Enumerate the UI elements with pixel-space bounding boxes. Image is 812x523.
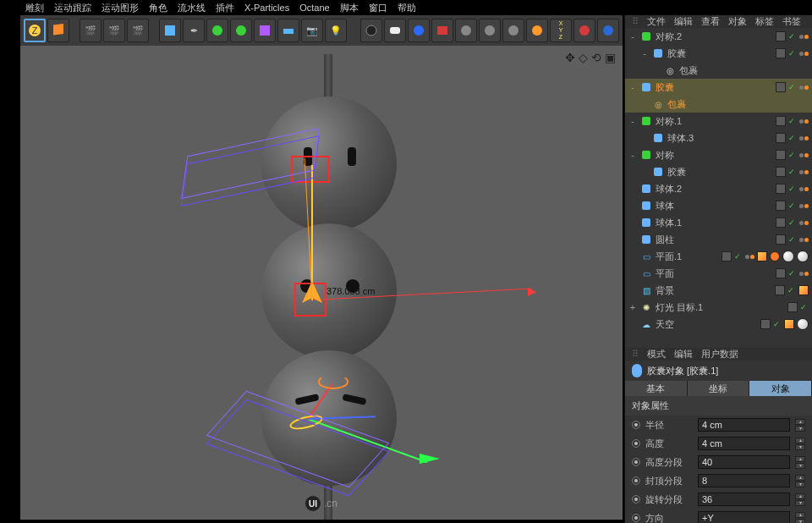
menu-item[interactable]: Octane: [299, 3, 329, 13]
atab[interactable]: 编辑: [674, 348, 693, 361]
tree-row[interactable]: 圆柱✓: [625, 231, 812, 248]
prop-input[interactable]: +Y: [698, 511, 790, 523]
axis-tool[interactable]: XYZ: [550, 19, 572, 42]
menu-item[interactable]: 脚本: [340, 2, 359, 14]
spinner[interactable]: ▴▾: [795, 493, 805, 506]
subtab-basic[interactable]: 基本: [625, 381, 688, 396]
tree-row[interactable]: 胶囊✓: [625, 163, 812, 180]
htab[interactable]: 书签: [782, 15, 801, 28]
vp-rotate-icon[interactable]: ⟲: [591, 51, 601, 64]
prop-input[interactable]: 8: [698, 474, 790, 487]
object-tree[interactable]: -对称.2✓-胶囊✓◎包裹-胶囊✓◎包裹-对称.1✓球体.3✓-对称✓胶囊✓球体…: [625, 28, 812, 348]
spinner[interactable]: ▴▾: [795, 456, 805, 469]
menu-item[interactable]: 帮助: [398, 2, 416, 14]
tree-row[interactable]: -胶囊✓: [625, 79, 812, 96]
tree-row[interactable]: ▧背景✓: [625, 282, 812, 299]
menu-item[interactable]: 窗口: [369, 2, 387, 14]
tree-row[interactable]: ▭平面✓: [625, 265, 812, 282]
tree-row[interactable]: -对称.2✓: [625, 28, 812, 45]
primitive-tool[interactable]: [159, 19, 181, 42]
menu-item[interactable]: 插件: [216, 2, 234, 14]
prop-input[interactable]: 36: [698, 493, 790, 506]
keyframe-radio[interactable]: [632, 476, 640, 485]
hierarchy-tabs: ⠿ 文件 编辑 查看 对象 标签 书签: [625, 15, 812, 28]
htab[interactable]: 标签: [755, 15, 774, 28]
vp-move-icon[interactable]: ✥: [565, 51, 575, 64]
keyframe-radio[interactable]: [632, 439, 640, 448]
render-settings-tool[interactable]: 🎬: [127, 19, 149, 42]
tree-row[interactable]: ◎包裹: [625, 96, 812, 113]
nurbs-tool[interactable]: [206, 19, 228, 42]
htab[interactable]: 文件: [647, 15, 666, 28]
sphere-2-tool[interactable]: [479, 19, 501, 42]
property-row: 半径4 cm▴▾: [625, 416, 812, 434]
orange-tool[interactable]: [526, 19, 548, 42]
atab[interactable]: 用户数据: [701, 348, 738, 361]
prop-input[interactable]: 40: [698, 455, 790, 469]
svg-text:Z: Z: [32, 25, 38, 36]
generator-tool[interactable]: [230, 19, 252, 42]
atab[interactable]: 模式: [647, 348, 666, 361]
blue-tool[interactable]: [408, 19, 430, 42]
menu-item[interactable]: X-Particles: [244, 3, 289, 13]
viewport-controls: ✥ ◇ ⟲ ▣: [565, 51, 616, 64]
cube-tool[interactable]: [47, 19, 69, 42]
spinner[interactable]: ▴▾: [795, 475, 805, 487]
render-region-tool[interactable]: [384, 19, 406, 42]
camera-tool[interactable]: 📷: [301, 19, 323, 42]
light-tool[interactable]: 💡: [325, 19, 347, 42]
tree-row[interactable]: ▭平面.1✓: [625, 248, 812, 265]
viewport[interactable]: ✥ ◇ ⟲ ▣ 378.053 cm UIUI .cn.cn: [20, 46, 623, 520]
deformer-tool[interactable]: [254, 19, 276, 42]
htab[interactable]: 编辑: [674, 15, 693, 28]
subtab-coord[interactable]: 坐标: [688, 381, 750, 396]
tree-row[interactable]: -对称.1✓: [625, 113, 812, 129]
menu-item[interactable]: 角色: [149, 2, 167, 14]
vp-max-icon[interactable]: ▣: [605, 51, 616, 64]
red-tool[interactable]: [431, 19, 453, 42]
rotate-ring-2[interactable]: [318, 374, 348, 389]
sphere-3-tool[interactable]: [502, 19, 524, 42]
clapper-tool[interactable]: 🎬: [80, 19, 102, 42]
property-row: 高度4 cm▴▾: [625, 434, 812, 453]
htab[interactable]: 对象: [728, 15, 747, 28]
menu-item[interactable]: 运动跟踪: [54, 2, 91, 14]
keyframe-radio[interactable]: [632, 495, 640, 504]
menu-item[interactable]: 雕刻: [25, 2, 44, 14]
prop-input[interactable]: 4 cm: [698, 418, 790, 432]
keyframe-radio[interactable]: [632, 458, 640, 466]
tree-row[interactable]: +✺灯光 目标.1✓: [625, 299, 812, 316]
svg-point-10: [414, 25, 424, 36]
attribute-tabs: ⠿ 模式 编辑 用户数据: [625, 348, 812, 361]
undo-tool[interactable]: Z: [24, 19, 46, 42]
render-view-tool[interactable]: [360, 19, 382, 42]
tree-row[interactable]: 球体.3✓: [625, 129, 812, 146]
tree-row[interactable]: 球体✓: [625, 197, 812, 214]
spinner[interactable]: ▴▾: [795, 512, 805, 524]
vp-zoom-icon[interactable]: ◇: [579, 51, 588, 64]
prop-input[interactable]: 4 cm: [698, 437, 790, 450]
menu-bar: 雕刻 运动跟踪 运动图形 角色 流水线 插件 X-Particles Octan…: [20, 0, 421, 15]
tree-row[interactable]: 球体.1✓: [625, 214, 812, 231]
red-sphere-tool[interactable]: [573, 19, 595, 42]
render-tool[interactable]: 🎬: [103, 19, 125, 42]
spline-tool[interactable]: ✒: [183, 19, 205, 42]
keyframe-radio[interactable]: [632, 421, 640, 429]
tree-row[interactable]: -对称✓: [625, 146, 812, 163]
environment-tool[interactable]: [277, 19, 299, 42]
blue-sphere-tool[interactable]: [597, 19, 619, 42]
menu-item[interactable]: 流水线: [178, 2, 206, 14]
tree-row[interactable]: ◎包裹: [625, 62, 812, 79]
keyframe-radio[interactable]: [632, 514, 640, 522]
subtab-object[interactable]: 对象: [749, 381, 812, 396]
property-row: 封顶分段8▴▾: [625, 471, 812, 490]
tree-row[interactable]: ☁天空✓: [625, 316, 812, 333]
sphere-1-tool[interactable]: [455, 19, 477, 42]
tree-row[interactable]: -胶囊✓: [625, 45, 812, 62]
spinner[interactable]: ▴▾: [795, 419, 805, 432]
axis-z-arrow: [420, 450, 440, 467]
tree-row[interactable]: 球体.2✓: [625, 180, 812, 197]
spinner[interactable]: ▴▾: [795, 438, 805, 450]
htab[interactable]: 查看: [701, 15, 720, 28]
menu-item[interactable]: 运动图形: [102, 2, 139, 14]
